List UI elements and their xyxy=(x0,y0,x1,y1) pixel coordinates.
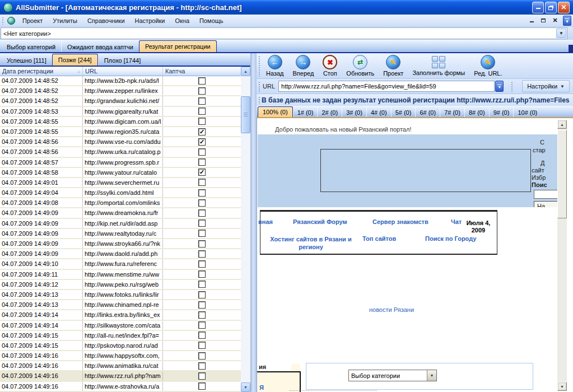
main-tab[interactable]: Ожидают ввода каптчи xyxy=(61,41,139,52)
captcha-checkbox[interactable] xyxy=(198,179,206,186)
project-button[interactable]: ✎ Проект xyxy=(379,53,408,78)
stop-button[interactable]: ✖ Стоп xyxy=(318,53,342,78)
nav-link[interactable]: Топ сайтов xyxy=(362,235,425,242)
captcha-checkbox[interactable] xyxy=(198,240,206,248)
page-search-input[interactable] xyxy=(534,190,557,199)
captcha-checkbox[interactable] xyxy=(198,209,206,217)
captcha-checkbox[interactable] xyxy=(198,281,206,288)
result-tab[interactable]: Позже [244] xyxy=(52,54,98,66)
captcha-checkbox[interactable] xyxy=(198,77,206,85)
chevron-down-icon[interactable]: ▼ xyxy=(556,29,566,38)
nav-link[interactable]: вная xyxy=(258,218,293,225)
captcha-checkbox[interactable] xyxy=(198,362,206,370)
table-row[interactable]: 04.07.2009 14:49:04 http://ssylki.com/ad… xyxy=(0,188,241,198)
menu-item[interactable]: Настройки xyxy=(130,16,170,26)
percent-tab[interactable]: 6# (0) xyxy=(415,108,440,117)
table-row[interactable]: 04.07.2009 14:48:52 http://grandwar.kuli… xyxy=(0,96,241,106)
table-row[interactable]: 04.07.2009 14:49:10 http://www.fura.ru/r… xyxy=(0,259,241,269)
percent-tab[interactable]: 7# (0) xyxy=(440,108,464,117)
table-row[interactable]: 04.07.2009 14:49:15 http://all-ru.net/in… xyxy=(0,331,241,341)
page-scrollbar[interactable]: ▲ ▼ xyxy=(557,120,567,391)
main-tab[interactable]: Выбор категорий xyxy=(1,41,61,52)
captcha-checkbox[interactable] xyxy=(198,199,206,207)
news-link[interactable]: новости Рязани xyxy=(336,306,448,313)
menu-item[interactable]: Помощь xyxy=(194,16,229,26)
captcha-checkbox[interactable] xyxy=(198,372,206,380)
table-row[interactable]: 04.07.2009 14:49:14 http://silkwaystore.… xyxy=(0,321,241,331)
table-row[interactable]: 04.07.2009 14:49:08 http://omportal.com/… xyxy=(0,198,241,208)
table-row[interactable]: 04.07.2009 14:48:57 http://www.progressm… xyxy=(0,158,241,168)
scroll-down-icon[interactable]: ▼ xyxy=(241,382,250,392)
table-row[interactable]: 04.07.2009 14:48:52 http://www.zepper.ru… xyxy=(0,86,241,96)
captcha-checkbox[interactable] xyxy=(198,352,206,360)
url-dropdown-icon[interactable]: ▼ xyxy=(495,81,504,92)
table-row[interactable]: 04.07.2009 14:49:15 http://pskovtop.naro… xyxy=(0,341,241,351)
table-row[interactable]: 04.07.2009 14:48:52 http://www.b2b-npk.r… xyxy=(0,76,241,86)
scrollbar-thumb[interactable] xyxy=(241,96,250,133)
edit-url-button[interactable]: ✎ Ред. URL. xyxy=(469,53,506,78)
percent-tab[interactable]: 4# (0) xyxy=(366,108,391,117)
menu-item[interactable]: Проект xyxy=(17,16,48,26)
captcha-checkbox[interactable] xyxy=(198,220,206,227)
toolbar-grip[interactable] xyxy=(510,81,513,92)
result-tab[interactable]: Плохо [1744] xyxy=(98,55,147,66)
scroll-up-icon[interactable]: ▲ xyxy=(557,120,567,129)
captcha-checkbox[interactable] xyxy=(198,169,206,176)
percent-tab[interactable]: 9# (0) xyxy=(489,108,514,117)
result-tab[interactable]: Успешно [111] xyxy=(1,55,52,66)
table-row[interactable]: 04.07.2009 14:48:56 http://www.urka.ru/c… xyxy=(0,147,241,157)
table-row[interactable]: 04.07.2009 14:49:09 http://www.stroyka66… xyxy=(0,239,241,249)
table-row[interactable]: 04.07.2009 14:49:09 http://www.daold.ru/… xyxy=(0,249,241,259)
table-row[interactable]: 04.07.2009 14:49:13 http://www.chinamed.… xyxy=(0,300,241,310)
mdi-minimize-button[interactable] xyxy=(528,17,535,25)
minimize-button[interactable] xyxy=(532,2,544,13)
fill-forms-button[interactable]: Заполнить формы xyxy=(408,53,469,78)
captcha-checkbox[interactable] xyxy=(198,301,206,309)
url-input[interactable] xyxy=(278,81,495,92)
captcha-checkbox[interactable] xyxy=(198,97,206,105)
close-button[interactable] xyxy=(558,2,570,13)
table-row[interactable]: 04.07.2009 14:49:16 http://www.happysoft… xyxy=(0,351,241,361)
settings-button[interactable]: Настройки ▼ xyxy=(522,80,570,92)
table-row[interactable]: 04.07.2009 14:49:16 http://www.rzz.ru/i.… xyxy=(0,371,241,381)
category-combobox[interactable]: <Нет категории> ▼ xyxy=(1,27,567,39)
mdi-close-button[interactable]: ✕ xyxy=(551,17,559,25)
percent-tab[interactable]: 100% (0) xyxy=(258,106,293,117)
toolbar-grip[interactable] xyxy=(258,55,260,77)
table-row[interactable]: 04.07.2009 14:49:11 http://www.menstime.… xyxy=(0,270,241,280)
percent-tab[interactable]: 2# (0) xyxy=(317,108,342,117)
nav-link[interactable]: Поиск по Городу xyxy=(425,235,492,242)
captcha-checkbox[interactable] xyxy=(198,321,206,329)
captcha-checkbox[interactable] xyxy=(198,270,206,278)
percent-tab[interactable]: 5# (0) xyxy=(391,108,416,117)
back-button[interactable]: ← Назад xyxy=(262,53,288,78)
captcha-checkbox[interactable] xyxy=(198,291,206,298)
table-scrollbar[interactable]: ▲ ▼ xyxy=(241,67,250,392)
captcha-checkbox[interactable] xyxy=(198,118,206,125)
table-row[interactable]: 04.07.2009 14:49:13 http://www.fotoks.ru… xyxy=(0,290,241,300)
main-tab[interactable]: Результат регистрации xyxy=(139,40,217,52)
table-row[interactable]: 04.07.2009 14:48:55 http://www.digicam.c… xyxy=(0,117,241,127)
captcha-checkbox[interactable] xyxy=(198,332,206,339)
column-header-date[interactable]: Дата регистрации ▵ xyxy=(0,67,83,76)
scroll-down-icon[interactable]: ▼ xyxy=(557,382,567,391)
captcha-checkbox[interactable] xyxy=(198,342,206,349)
percent-tab[interactable]: 10# (0) xyxy=(513,108,541,117)
column-header-url[interactable]: URL xyxy=(83,67,163,76)
column-header-captcha[interactable]: Каптча xyxy=(163,67,241,76)
restore-button[interactable] xyxy=(545,2,557,13)
percent-tab[interactable]: 1# (0) xyxy=(293,108,318,117)
table-row[interactable]: 04.07.2009 14:49:09 http://www.realtytod… xyxy=(0,229,241,239)
scroll-up-icon[interactable]: ▲ xyxy=(241,67,250,76)
toolbar-grip[interactable] xyxy=(258,96,260,104)
percent-tab[interactable]: 3# (0) xyxy=(342,108,366,117)
captcha-checkbox[interactable] xyxy=(198,158,206,166)
table-row[interactable]: 04.07.2009 14:49:14 http://links.extra.b… xyxy=(0,310,241,320)
table-row[interactable]: 04.07.2009 14:49:09 http://www.dreamokna… xyxy=(0,208,241,218)
captcha-checkbox[interactable] xyxy=(198,311,206,319)
table-row[interactable]: 04.07.2009 14:49:16 http://www.e-strahov… xyxy=(0,382,241,392)
captcha-checkbox[interactable] xyxy=(198,260,206,268)
menu-item[interactable]: Окна xyxy=(170,16,195,26)
table-row[interactable]: 04.07.2009 14:48:56 http://www.vse-ru.co… xyxy=(0,137,241,147)
toolbar-options-button[interactable]: ▼ xyxy=(563,16,571,26)
